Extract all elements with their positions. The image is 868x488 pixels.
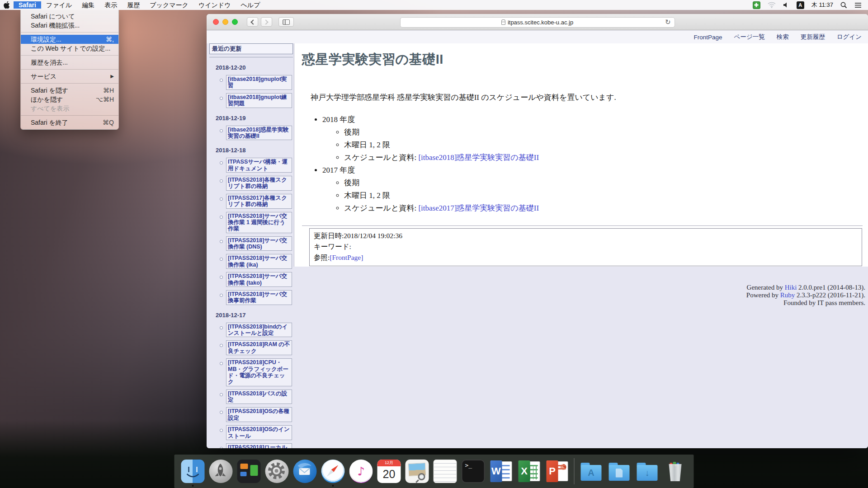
sidebar-page-link[interactable]: [ITPASS2018]OSのインストール <box>228 426 290 439</box>
menu-item-Safari について[interactable]: Safari について <box>21 12 118 21</box>
year-label: 2018 年度 <box>322 115 355 124</box>
documents-folder-dock-icon[interactable] <box>605 455 633 487</box>
sidebar-page-link[interactable]: [ITPASS2018]サーバ交換事前作業 <box>228 291 287 304</box>
sidebar-page-link[interactable]: [ITPASS2018]bindのインストールと設定 <box>228 324 288 336</box>
schedule-page-link[interactable]: [itbase2017]惑星学実験実習の基礎II <box>418 204 539 212</box>
menu-separator <box>21 55 118 56</box>
input-source-icon[interactable]: A <box>797 1 804 9</box>
nav-link-検索[interactable]: 検索 <box>777 33 789 41</box>
sidebar-page-link[interactable]: [ITPASS2018]サーバ交換作業 1 週間後に行う作業 <box>228 213 287 232</box>
nav-link-更新履歴[interactable]: 更新履歴 <box>801 33 825 41</box>
sidebar-page-link[interactable]: [itbase2018]惑星学実験実習の基礎II <box>228 127 289 139</box>
schedule-label: スケジュールと資料: <box>344 204 418 212</box>
reload-icon[interactable]: ↻ <box>665 18 671 26</box>
nav-link-ログイン[interactable]: ログイン <box>837 33 862 41</box>
notification-center-icon[interactable] <box>854 2 862 8</box>
sidebar-page-link[interactable]: [itbase2018]gnuplot実習 <box>228 76 287 89</box>
submenu-arrow-icon: ▶ <box>110 72 114 81</box>
frontpage-reference-link[interactable]: [FrontPage] <box>330 253 363 261</box>
menu-item-label: Safari 機能拡張... <box>31 21 114 30</box>
sidebar-page-link[interactable]: [ITPASS2018]CPU・MB・グラフィックボード・電源の不良チェック <box>228 359 288 385</box>
finder-dock-icon[interactable] <box>179 455 207 487</box>
updated-timestamp: 更新日時:2018/12/04 19:02:36 <box>314 230 858 241</box>
year-detail-item: 木曜日 1, 2 限 <box>344 139 868 151</box>
menu-ヘルプ[interactable]: ヘルプ <box>236 1 265 9</box>
menu-item-Safari を終了[interactable]: Safari を終了⌘Q <box>21 118 118 127</box>
sidebar-list-item: [ITPASS2018]サーバ交換作業 1 週間後に行う作業 <box>226 212 292 233</box>
address-bar[interactable]: itpass.scitec.kobe-u.ac.jp ↻ <box>400 17 675 28</box>
menu-編集[interactable]: 編集 <box>77 1 99 9</box>
menu-item-環境設定...[interactable]: 環境設定...⌘, <box>21 35 118 44</box>
nav-link-FrontPage[interactable]: FrontPage <box>694 34 722 41</box>
sidebar-page-link[interactable]: [ITPASS2018]各種スクリプト群の格納 <box>228 177 287 189</box>
thunderbird-dock-icon[interactable] <box>291 455 319 487</box>
wifi-off-icon[interactable] <box>768 2 776 8</box>
microsoft-word-dock-icon[interactable]: W <box>487 455 515 487</box>
footer-link-Hiki[interactable]: Hiki <box>785 284 797 291</box>
back-button[interactable] <box>247 17 258 27</box>
forward-button[interactable] <box>261 17 272 27</box>
mission-control-dock-icon[interactable] <box>235 455 263 487</box>
sidebar-page-link[interactable]: [itbase2018]gnuplot練習問題 <box>228 94 287 107</box>
zoom-window-button[interactable] <box>232 19 238 25</box>
sidebar-page-link[interactable]: [ITPASS2017]各種スクリプト群の格納 <box>228 195 287 207</box>
sidebar-page-link[interactable]: [ITPASS2018]サーバ交換作業 (tako) <box>228 273 287 286</box>
year-detail-item: 後期 <box>344 177 868 189</box>
microsoft-powerpoint-dock-icon[interactable]: P <box>543 455 571 487</box>
terminal-dock-icon[interactable]: >_ <box>459 455 487 487</box>
schedule-item: スケジュールと資料: [itbase2017]惑星学実験実習の基礎II <box>344 202 868 215</box>
page-title: 惑星学実験実習の基礎II <box>302 51 868 69</box>
menu-item-サービス[interactable]: サービス▶ <box>21 72 118 81</box>
green-status-icon[interactable] <box>753 1 760 9</box>
menu-ファイル[interactable]: ファイル <box>41 1 77 9</box>
close-window-button[interactable] <box>213 19 219 25</box>
sidebar-toggle-button[interactable] <box>278 17 294 27</box>
trash-full-dock-icon[interactable] <box>661 455 689 487</box>
menu-表示[interactable]: 表示 <box>99 1 122 9</box>
menu-item-label: すべてを表示 <box>31 104 114 113</box>
menu-bar-clock[interactable]: 木 11:37 <box>811 1 833 9</box>
schedule-page-link[interactable]: [itbase2018]惑星学実験実習の基礎II <box>418 153 539 162</box>
page-meta-box: 更新日時:2018/12/04 19:02:36 キーワード: 参照:[Fron… <box>309 228 862 266</box>
spotlight-icon[interactable] <box>840 2 847 9</box>
volume-icon[interactable] <box>783 2 789 8</box>
textedit-dock-icon[interactable] <box>431 455 459 487</box>
year-item: 2018 年度後期木曜日 1, 2 限スケジュールと資料: [itbase201… <box>322 113 868 164</box>
sidebar-page-link[interactable]: [ITPASS2018]パスの設定 <box>228 390 287 403</box>
sidebar-date: 2018-12-20 <box>216 64 293 71</box>
sidebar-item-list: [ITPASS2018]bindのインストールと設定[ITPASS2018]RA… <box>209 323 293 448</box>
microsoft-excel-dock-icon[interactable]: X <box>515 455 543 487</box>
menu-separator <box>21 69 118 70</box>
sidebar-page-link[interactable]: [ITPASS2018]サーバ交換作業 (DNS) <box>228 237 287 250</box>
footer-link-Ruby[interactable]: Ruby <box>780 291 795 299</box>
sidebar-page-link[interactable]: ITPASSサーバ構築・運用ドキュメント <box>228 159 288 171</box>
applications-folder-dock-icon[interactable]: A <box>577 455 605 487</box>
sidebar-page-link[interactable]: [ITPASS2018]RAM の不良チェック <box>228 341 290 354</box>
sidebar-page-link[interactable]: [ITPASS2018]OSの各種設定 <box>228 408 289 421</box>
nav-link-ページ一覧[interactable]: ページ一覧 <box>734 33 765 41</box>
menu-item-Safari を隠す[interactable]: Safari を隠す⌘H <box>21 86 118 95</box>
menu-item-Safari 機能拡張...[interactable]: Safari 機能拡張... <box>21 21 118 30</box>
minimize-window-button[interactable] <box>222 19 228 25</box>
calendar-dock-icon[interactable]: 12月20 <box>375 455 403 487</box>
menu-item-ほかを隠す[interactable]: ほかを隠す⌥⌘H <box>21 95 118 104</box>
menu-ウインドウ[interactable]: ウインドウ <box>193 1 236 9</box>
menu-item-label: 環境設定... <box>31 35 106 44</box>
year-list: 2018 年度後期木曜日 1, 2 限スケジュールと資料: [itbase201… <box>294 113 868 215</box>
itunes-dock-icon[interactable]: ♪ <box>347 455 375 487</box>
system-preferences-dock-icon[interactable] <box>263 455 291 487</box>
menu-ブックマーク[interactable]: ブックマーク <box>145 1 193 9</box>
apple-menu-icon[interactable] <box>0 0 14 10</box>
preview-dock-icon[interactable] <box>403 455 431 487</box>
menu-item-履歴を消去...[interactable]: 履歴を消去... <box>21 58 118 67</box>
sidebar-list-item: [ITPASS2018]OSの各種設定 <box>226 407 292 422</box>
sidebar-page-link[interactable]: [ITPASS2018]ローカルでのバックアップの設定 <box>228 444 287 448</box>
menu-Safari[interactable]: Safari <box>14 1 41 9</box>
safari-dock-icon[interactable] <box>319 455 347 487</box>
sidebar-list-item: [ITPASS2018]RAM の不良チェック <box>226 340 292 355</box>
sidebar-page-link[interactable]: [ITPASS2018]サーバ交換作業 (ika) <box>228 255 287 267</box>
menu-履歴[interactable]: 履歴 <box>122 1 145 9</box>
launchpad-dock-icon[interactable] <box>207 455 235 487</box>
menu-item-この Web サイトでの設定...[interactable]: この Web サイトでの設定... <box>21 44 118 53</box>
downloads-folder-dock-icon[interactable]: ↓ <box>633 455 661 487</box>
